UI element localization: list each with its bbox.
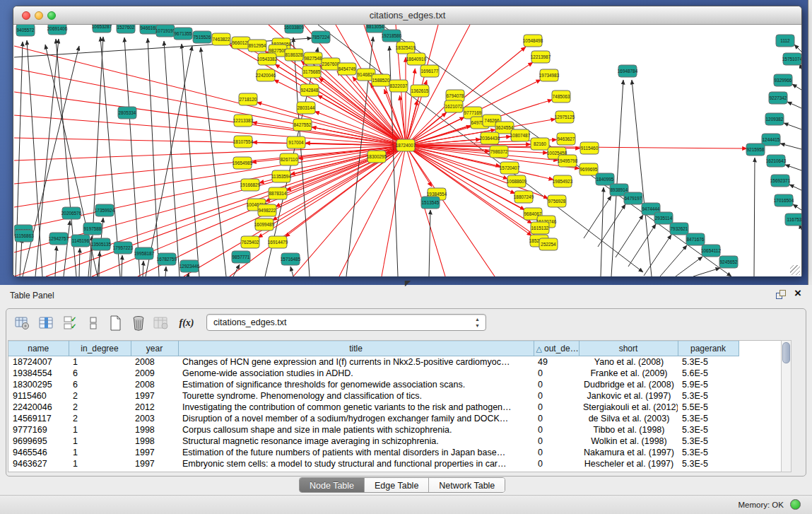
network-node[interactable]: 10719195 — [155, 25, 176, 37]
network-node[interactable]: 18640910 — [406, 53, 427, 65]
table-row[interactable]: 1456911722003Disruption of a novel membe… — [8, 413, 780, 424]
table-row[interactable]: 977716911998Corpus callosum shape and si… — [8, 424, 780, 436]
tab-edge-table[interactable]: Edge Table — [365, 478, 429, 493]
network-node[interactable]: 8912954 — [248, 40, 266, 52]
network-node[interactable]: 1209382 — [765, 113, 784, 125]
table-scrollbar[interactable] — [781, 340, 792, 472]
column-header-in-degree[interactable]: in_degree — [69, 341, 131, 356]
network-node[interactable]: 1588520 — [372, 74, 390, 86]
cell-name[interactable]: 18724007 — [8, 356, 69, 368]
network-node[interactable]: 7625402 — [241, 236, 259, 248]
select-columns-icon[interactable]: ✓✓ — [61, 314, 80, 332]
cell-pagerank[interactable]: 5.3E-5 — [678, 447, 739, 458]
cell-name[interactable]: 9463627 — [8, 458, 69, 469]
import-table-icon[interactable] — [152, 314, 170, 332]
network-node[interactable]: 9857771 — [232, 251, 250, 263]
network-node[interactable]: 16948784 — [618, 65, 638, 77]
cell-year[interactable]: 2009 — [131, 368, 178, 379]
memory-status-indicator[interactable] — [790, 499, 801, 510]
network-node[interactable]: 9699695 — [579, 163, 598, 175]
column-header-title[interactable]: title — [178, 341, 534, 356]
network-node[interactable]: 7857224 — [312, 31, 330, 43]
network-node[interactable]: 9197588 — [83, 223, 102, 235]
cell-pagerank[interactable]: 5.3E-5 — [678, 436, 739, 447]
cell-year[interactable]: 2008 — [131, 379, 178, 390]
network-node[interactable]: 12923446 — [180, 260, 200, 272]
function-builder-icon[interactable]: f(x) — [177, 314, 196, 332]
cell-pagerank[interactable]: 5.6E-5 — [678, 368, 739, 379]
network-node[interactable]: 10548498 — [523, 35, 543, 47]
network-node[interactable]: 8471676 — [686, 233, 705, 245]
network-node[interactable]: 1362615 — [411, 85, 429, 97]
network-node[interactable]: 17016504 — [774, 194, 794, 206]
network-node[interactable]: 10807487 — [510, 129, 531, 141]
network-node[interactable]: 8186328 — [285, 49, 303, 61]
network-node[interactable]: 7485063 — [552, 90, 570, 103]
network-node[interactable]: 10688609 — [507, 175, 527, 187]
network-node[interactable]: 6794078 — [446, 90, 464, 102]
column-header-name[interactable]: name — [8, 341, 69, 356]
network-node[interactable]: 15720407 — [500, 162, 520, 174]
network-node[interactable]: 7932621 — [670, 223, 688, 235]
column-header-short[interactable]: short — [579, 341, 678, 356]
table-scrollbar-thumb[interactable] — [782, 342, 790, 363]
cell-short[interactable]: Dudbridge et al. (2008) — [579, 379, 678, 390]
cell-in-degree[interactable]: 2 — [69, 413, 131, 424]
network-node[interactable]: 82160 — [531, 138, 549, 150]
cell-name[interactable]: 9699695 — [8, 436, 69, 447]
network-node[interactable]: 1145196 — [71, 235, 90, 247]
network-node[interactable]: 1112 — [776, 35, 794, 47]
network-node[interactable]: 9245652 — [719, 256, 738, 268]
network-node[interactable]: 8427552 — [293, 119, 312, 131]
network-node[interactable]: 11353594 — [271, 170, 291, 182]
cell-short[interactable]: Tibbo et al. (1998) — [579, 424, 678, 436]
cell-pagerank[interactable]: 5.3E-5 — [678, 356, 739, 368]
network-node[interactable]: 16914479 — [268, 236, 288, 248]
cell-short[interactable]: Nakamura et al. (1997) — [579, 447, 678, 458]
network-node[interactable]: 8813054 — [366, 25, 384, 33]
network-node[interactable]: 12942757 — [49, 233, 69, 245]
cell-year[interactable]: 2008 — [131, 356, 178, 368]
network-node[interactable]: 7986372 — [490, 146, 508, 158]
network-node[interactable]: 8878314 — [269, 187, 287, 199]
network-node[interactable]: 16033809 — [284, 25, 305, 33]
delete-table-icon[interactable] — [129, 314, 148, 332]
cell-name[interactable]: 9115460 — [8, 390, 69, 402]
cell-pagerank[interactable]: 5.3E-5 — [678, 390, 739, 402]
network-node[interactable]: 10653287 — [92, 25, 112, 33]
network-node[interactable]: 19218586 — [382, 30, 402, 42]
cell-year[interactable]: 2003 — [131, 413, 178, 424]
network-node[interactable]: 20691406 — [47, 25, 68, 35]
cell-in-degree[interactable]: 2 — [69, 402, 131, 413]
network-node[interactable]: 116753 — [785, 214, 801, 226]
cell-title[interactable]: Structural magnetic resonance image aver… — [178, 436, 534, 447]
cell-title[interactable]: Embryonic stem cells: a model to study s… — [178, 458, 534, 469]
network-node[interactable]: 9115460 — [580, 142, 599, 154]
network-node[interactable]: 19854923 — [553, 175, 573, 187]
network-node[interactable]: 9227342 — [769, 92, 787, 104]
cell-title[interactable]: Changes of HCN gene expression and I(f) … — [178, 356, 534, 368]
network-node[interactable]: 12975125 — [555, 111, 575, 123]
cell-name[interactable]: 22420046 — [8, 402, 69, 413]
network-node[interactable]: 9405572 — [16, 25, 35, 36]
network-node[interactable]: 2803144 — [297, 102, 315, 114]
network-node[interactable]: 9329966 — [774, 74, 792, 86]
network-node[interactable]: 9498222 — [258, 204, 276, 216]
cell-year[interactable]: 1998 — [131, 424, 178, 436]
new-table-icon[interactable] — [107, 314, 125, 332]
network-node[interactable]: 12213987 — [531, 51, 551, 63]
cell-pagerank[interactable]: 5.9E-5 — [678, 379, 739, 390]
network-node[interactable]: 2805334 — [118, 107, 136, 119]
network-node[interactable]: 1840995 — [596, 173, 614, 185]
table-row[interactable]: 911546021997Tourette syndrome. Phenomeno… — [8, 390, 780, 402]
network-node[interactable]: 1527602 — [117, 25, 135, 33]
cell-out-de-[interactable]: 0 — [534, 424, 579, 436]
network-node[interactable]: 3175685 — [302, 66, 321, 78]
cell-name[interactable]: 9777169 — [8, 424, 69, 436]
network-node[interactable]: 19958187 — [134, 247, 155, 259]
column-header-year[interactable]: year — [131, 341, 178, 356]
network-node[interactable]: 1244415 — [762, 134, 780, 146]
table-header-row[interactable]: namein_degreeyeartitle△out_de…shortpager… — [8, 341, 780, 356]
network-node[interactable]: 20206576 — [61, 207, 82, 219]
network-node[interactable]: 9827548 — [304, 52, 322, 64]
